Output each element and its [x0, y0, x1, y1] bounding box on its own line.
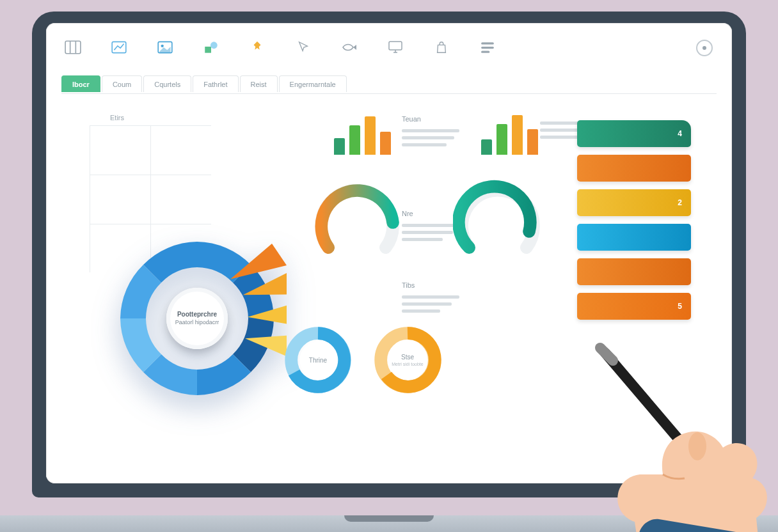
bar [481, 139, 492, 155]
tab-4[interactable]: Reist [240, 75, 278, 92]
text-block-4: Tibs [402, 281, 459, 313]
bar [512, 115, 523, 155]
status-indicator[interactable] [696, 40, 713, 56]
cursor-icon[interactable] [294, 40, 312, 55]
laptop-frame: Ibocr Coum Cqurtels Fathrlet Reist Enger… [32, 12, 746, 497]
tab-bar: Ibocr Coum Cqurtels Fathrlet Reist Enger… [61, 75, 347, 92]
image-icon[interactable] [156, 40, 174, 55]
bar [496, 124, 507, 155]
tab-0[interactable]: Ibocr [61, 75, 100, 92]
tab-1[interactable]: Coum [102, 75, 142, 92]
svg-rect-0 [65, 41, 81, 54]
grid-label: Etirs [110, 114, 124, 121]
swatch-label: 4 [678, 129, 682, 138]
swatch-label: 5 [678, 302, 682, 311]
svg-point-5 [161, 45, 164, 47]
bar [380, 132, 391, 155]
ring-1: Thrine [283, 325, 353, 395]
svg-point-7 [210, 42, 218, 49]
wheel-title: Pootteprchre [177, 311, 217, 319]
color-swatch-list: 4 2 5 [577, 120, 691, 320]
svg-rect-8 [389, 42, 402, 50]
text-block-1: Teuan [402, 115, 459, 146]
fish-icon[interactable] [340, 40, 358, 55]
ring-pair: Thrine Stse Metri sidi toobte [283, 325, 443, 395]
swatch-4[interactable] [577, 224, 691, 251]
list-icon[interactable] [479, 40, 496, 55]
text-block-3: Nre [402, 210, 459, 241]
monitor-icon[interactable] [386, 40, 404, 55]
swatch-5[interactable] [577, 258, 691, 285]
app-screen: Ibocr Coum Cqurtels Fathrlet Reist Enger… [46, 23, 732, 483]
swatch-2[interactable] [577, 155, 691, 182]
svg-rect-13 [481, 51, 489, 53]
dashboard-canvas: Etirs [46, 95, 732, 483]
gauge-1 [312, 178, 402, 267]
swatch-6[interactable]: 5 [577, 293, 691, 320]
ring-sublabel: Metri sidi toobte [392, 362, 423, 366]
svg-rect-6 [205, 47, 211, 53]
toolbar [64, 40, 496, 55]
wheel-center: Pootteprchre Paatorl hipodacrr [166, 288, 228, 349]
tab-3[interactable]: Fathrlet [193, 75, 238, 92]
bar [349, 125, 360, 155]
ring-label: Thrine [309, 357, 327, 364]
ring-2: Stse Metri sidi toobte [372, 325, 443, 395]
bar [527, 129, 538, 155]
swatch-label: 2 [678, 198, 682, 207]
bar [334, 138, 345, 155]
mini-bar-chart-1 [334, 114, 391, 155]
chart-icon[interactable] [110, 40, 128, 55]
swatch-3[interactable]: 2 [577, 189, 691, 216]
columns-icon[interactable] [64, 40, 82, 55]
bag-icon[interactable] [433, 40, 450, 55]
bar [365, 116, 376, 155]
tab-divider [61, 93, 717, 94]
laptop-base [0, 515, 778, 532]
tab-2[interactable]: Cqurtels [143, 75, 191, 92]
ring-label: Stse [401, 354, 414, 361]
wheel-subtitle: Paatorl hipodacrr [175, 319, 219, 326]
radial-wheel-chart: Pootteprchre Paatorl hipodacrr [107, 229, 287, 408]
text-block-title: Tibs [402, 281, 459, 289]
shapes-icon[interactable] [202, 40, 220, 55]
tab-5[interactable]: Engermarntale [279, 75, 347, 92]
svg-rect-12 [481, 47, 494, 49]
swatch-1[interactable]: 4 [577, 120, 691, 147]
text-block-title: Nre [402, 210, 459, 217]
text-block-title: Teuan [402, 115, 459, 123]
svg-rect-11 [481, 42, 494, 44]
mini-bar-chart-2 [481, 114, 538, 155]
pin-icon[interactable] [248, 40, 266, 55]
gauge-2 [453, 178, 543, 267]
